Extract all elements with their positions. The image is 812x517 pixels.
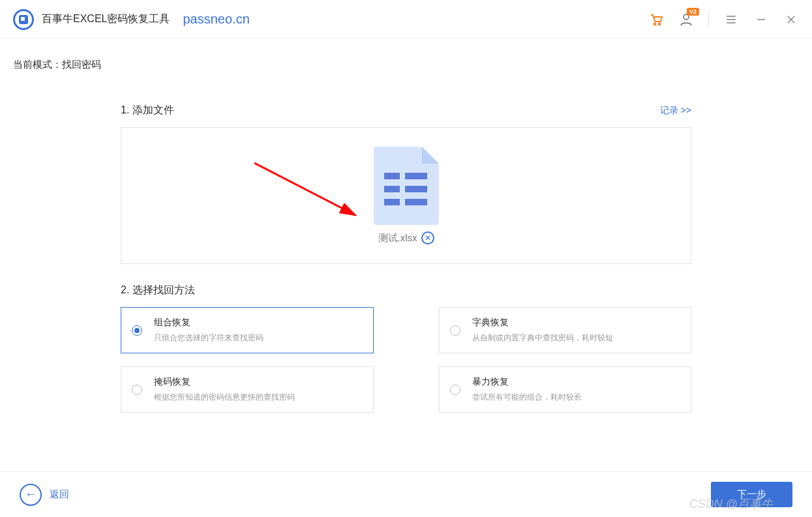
method-title: 组合恢复 (154, 317, 363, 329)
divider (708, 12, 709, 27)
method-combination[interactable]: 组合恢复 只组合您选择的字符来查找密码 (121, 307, 374, 353)
method-title: 暴力恢复 (472, 376, 681, 388)
app-logo-icon (13, 9, 34, 30)
method-dictionary[interactable]: 字典恢复 从自制或内置字典中查找密码，耗时较短 (439, 307, 692, 353)
back-arrow-icon: ← (20, 484, 42, 506)
step1-title: 1. 添加文件 (121, 104, 174, 117)
user-badge: V2 (687, 8, 699, 16)
next-button[interactable]: 下一步 (711, 482, 792, 507)
cart-icon[interactable] (648, 12, 664, 27)
method-desc: 只组合您选择的字符来查找密码 (154, 332, 363, 344)
mode-label: 当前模式： (13, 59, 62, 70)
method-desc: 根据您所知道的密码信息更快的查找密码 (154, 392, 363, 403)
footer-bar: ← 返回 下一步 (0, 471, 812, 517)
header-actions: V2 (648, 12, 799, 27)
method-title: 掩码恢复 (154, 376, 363, 388)
method-mask[interactable]: 掩码恢复 根据您所知道的密码信息更快的查找密码 (121, 366, 374, 413)
file-name-row: 测试.xlsx ✕ (378, 231, 434, 244)
method-title: 字典恢复 (472, 317, 681, 329)
minimize-icon[interactable] (753, 12, 769, 27)
recovery-methods: 组合恢复 只组合您选择的字符来查找密码 字典恢复 从自制或内置字典中查找密码，耗… (121, 307, 691, 413)
svg-point-1 (659, 23, 661, 25)
website-label: passneo.cn (183, 12, 249, 27)
method-bruteforce[interactable]: 暴力恢复 尝试所有可能的组合，耗时较长 (439, 366, 692, 413)
radio-icon (132, 325, 142, 336)
current-mode: 当前模式：找回密码 (0, 39, 812, 78)
file-drop-zone[interactable]: 测试.xlsx ✕ (121, 127, 691, 264)
radio-icon (132, 385, 142, 395)
step2-title: 2. 选择找回方法 (121, 284, 195, 297)
radio-icon (450, 325, 460, 336)
menu-icon[interactable] (723, 12, 739, 27)
close-icon[interactable] (783, 12, 799, 27)
step1-header: 1. 添加文件 记录 >> (121, 104, 691, 117)
remove-file-icon[interactable]: ✕ (421, 231, 434, 244)
back-button[interactable]: ← 返回 (20, 484, 69, 506)
radio-icon (450, 385, 460, 395)
main-content: 1. 添加文件 记录 >> 测试.xlsx ✕ 2. 选择找回方法 组合恢复 只 (0, 78, 812, 413)
history-link[interactable]: 记录 >> (660, 105, 691, 117)
method-desc: 尝试所有可能的组合，耗时较长 (472, 392, 681, 403)
step2-header: 2. 选择找回方法 (121, 284, 691, 297)
svg-point-0 (654, 23, 656, 25)
app-title: 百事牛EXCEL密码恢复工具 (42, 12, 170, 26)
app-header: 百事牛EXCEL密码恢复工具 passneo.cn V2 (0, 0, 812, 39)
back-label: 返回 (50, 488, 69, 501)
file-icon (374, 147, 439, 225)
method-desc: 从自制或内置字典中查找密码，耗时较短 (472, 332, 681, 344)
mode-value: 找回密码 (62, 59, 101, 70)
user-icon[interactable]: V2 (678, 12, 694, 27)
file-name: 测试.xlsx (378, 232, 417, 244)
